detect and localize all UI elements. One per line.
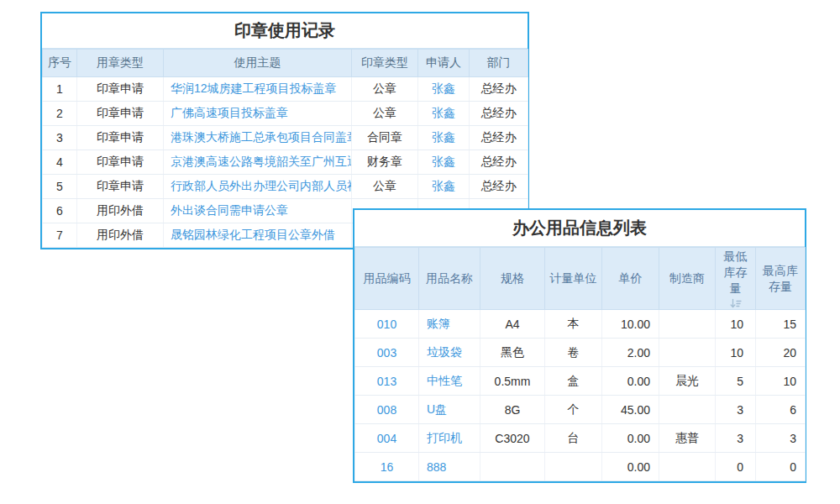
table-row: 4印章申请京港澳高速公路粤境韶关至广州互通财务章张鑫总经办 xyxy=(43,150,528,175)
table-cell: 15 xyxy=(756,310,806,339)
office-supplies-table: 办公用品信息列表 用品编码 用品名称 规格 计量单位 单价 制造商 最低库存量 xyxy=(353,208,806,483)
table-cell xyxy=(659,396,716,424)
table-cell: 0.5mm xyxy=(480,367,545,396)
table-cell: 7 xyxy=(43,223,77,248)
link-cell[interactable]: 中性笔 xyxy=(419,367,480,396)
table-cell: 总经办 xyxy=(470,175,528,199)
table-cell: 卷 xyxy=(545,339,602,367)
table-cell: 10.00 xyxy=(602,310,659,339)
table-cell: 3 xyxy=(756,424,806,453)
link-cell[interactable]: 华润12城房建工程项目投标盖章 xyxy=(164,77,352,102)
link-cell[interactable]: 港珠澳大桥施工总承包项目合同盖章 xyxy=(164,126,352,150)
table-row: 010账簿A4本10.001015 xyxy=(355,310,806,339)
supplies-table-header: 用品编码 用品名称 规格 计量单位 单价 制造商 最低库存量 xyxy=(355,248,806,310)
column-header-unit-price: 单价 xyxy=(602,248,659,310)
table-cell: 20 xyxy=(756,339,806,367)
table-row: 168880.0000 xyxy=(355,453,806,481)
column-header-item-code: 用品编码 xyxy=(355,248,419,310)
supplies-info-table: 用品编码 用品名称 规格 计量单位 单价 制造商 最低库存量 xyxy=(354,247,806,481)
link-cell[interactable]: 外出谈合同需申请公章 xyxy=(164,199,352,223)
table-cell: 晨光 xyxy=(659,367,716,396)
link-cell[interactable]: 广佛高速项目投标盖章 xyxy=(164,102,352,126)
table-row: 003垃圾袋黑色卷2.001020 xyxy=(355,339,806,367)
table-cell: 6 xyxy=(756,396,806,424)
sort-amount-icon[interactable] xyxy=(730,298,742,309)
column-header-seal-type: 印章类型 xyxy=(352,50,418,77)
table-cell: 公章 xyxy=(352,77,418,102)
table-cell: 总经办 xyxy=(470,77,528,102)
table-cell: 6 xyxy=(43,199,77,223)
link-cell[interactable]: 003 xyxy=(355,339,419,367)
table-cell: 3 xyxy=(716,424,756,453)
table-cell: 个 xyxy=(545,396,602,424)
table-cell: 3 xyxy=(716,396,756,424)
column-header-subject: 使用主题 xyxy=(164,50,352,77)
table-cell: 3 xyxy=(43,126,77,150)
table-cell: 印章申请 xyxy=(77,175,164,199)
table-cell: 印章申请 xyxy=(77,77,164,102)
table-cell: 总经办 xyxy=(470,150,528,175)
table-cell xyxy=(480,453,545,481)
table-cell: 8G xyxy=(480,396,545,424)
table-cell xyxy=(659,453,716,481)
table-cell xyxy=(659,310,716,339)
table-cell: 10 xyxy=(716,310,756,339)
table-cell: 用印外借 xyxy=(77,199,164,223)
table-row: 3印章申请港珠澳大桥施工总承包项目合同盖章合同章张鑫总经办 xyxy=(43,126,528,150)
seal-table-title: 印章使用记录 xyxy=(42,13,528,49)
link-cell[interactable]: 张鑫 xyxy=(418,102,470,126)
column-header-index: 序号 xyxy=(43,50,77,77)
table-cell: 印章申请 xyxy=(77,126,164,150)
table-cell: 总经办 xyxy=(470,102,528,126)
link-cell[interactable]: 16 xyxy=(355,453,419,481)
column-header-spec: 规格 xyxy=(480,248,545,310)
table-cell: 1 xyxy=(43,77,77,102)
table-cell xyxy=(659,339,716,367)
table-cell: 0.00 xyxy=(602,453,659,481)
column-header-manufacturer: 制造商 xyxy=(659,248,716,310)
link-cell[interactable]: 京港澳高速公路粤境韶关至广州互通 xyxy=(164,150,352,175)
link-cell[interactable]: 行政部人员外出办理公司内部人员社 xyxy=(164,175,352,199)
table-cell xyxy=(545,453,602,481)
column-header-department: 部门 xyxy=(470,50,528,77)
link-cell[interactable]: 888 xyxy=(419,453,480,481)
link-cell[interactable]: 打印机 xyxy=(419,424,480,453)
table-cell: 黑色 xyxy=(480,339,545,367)
table-cell: 台 xyxy=(545,424,602,453)
table-cell: 5 xyxy=(43,175,77,199)
table-row: 004打印机C3020台0.00惠普33 xyxy=(355,424,806,453)
table-cell: 公章 xyxy=(352,102,418,126)
table-cell: 公章 xyxy=(352,175,418,199)
link-cell[interactable]: 账簿 xyxy=(419,310,480,339)
table-cell: 10 xyxy=(756,367,806,396)
column-header-min-stock[interactable]: 最低库存量 xyxy=(716,248,756,310)
column-header-max-stock: 最高库存量 xyxy=(756,248,806,310)
link-cell[interactable]: 013 xyxy=(355,367,419,396)
table-cell: 5 xyxy=(716,367,756,396)
table-cell: 用印外借 xyxy=(77,223,164,248)
table-cell: 4 xyxy=(43,150,77,175)
table-cell: 本 xyxy=(545,310,602,339)
table-row: 013中性笔0.5mm盒0.00晨光510 xyxy=(355,367,806,396)
column-header-usage-type: 用章类型 xyxy=(77,50,164,77)
table-cell: 合同章 xyxy=(352,126,418,150)
table-cell: 总经办 xyxy=(470,126,528,150)
link-cell[interactable]: 张鑫 xyxy=(418,175,470,199)
link-cell[interactable]: 张鑫 xyxy=(418,150,470,175)
table-cell: 45.00 xyxy=(602,396,659,424)
table-row: 1印章申请华润12城房建工程项目投标盖章公章张鑫总经办 xyxy=(43,77,528,102)
table-row: 2印章申请广佛高速项目投标盖章公章张鑫总经办 xyxy=(43,102,528,126)
link-cell[interactable]: 晟铭园林绿化工程项目公章外借 xyxy=(164,223,352,248)
link-cell[interactable]: 004 xyxy=(355,424,419,453)
seal-table-header: 序号 用章类型 使用主题 印章类型 申请人 部门 xyxy=(43,50,528,77)
link-cell[interactable]: 垃圾袋 xyxy=(419,339,480,367)
link-cell[interactable]: U盘 xyxy=(419,396,480,424)
column-header-item-name: 用品名称 xyxy=(419,248,480,310)
link-cell[interactable]: 010 xyxy=(355,310,419,339)
table-cell: 盒 xyxy=(545,367,602,396)
table-cell: 10 xyxy=(716,339,756,367)
link-cell[interactable]: 张鑫 xyxy=(418,77,470,102)
link-cell[interactable]: 张鑫 xyxy=(418,126,470,150)
link-cell[interactable]: 008 xyxy=(355,396,419,424)
table-cell: 0.00 xyxy=(602,424,659,453)
